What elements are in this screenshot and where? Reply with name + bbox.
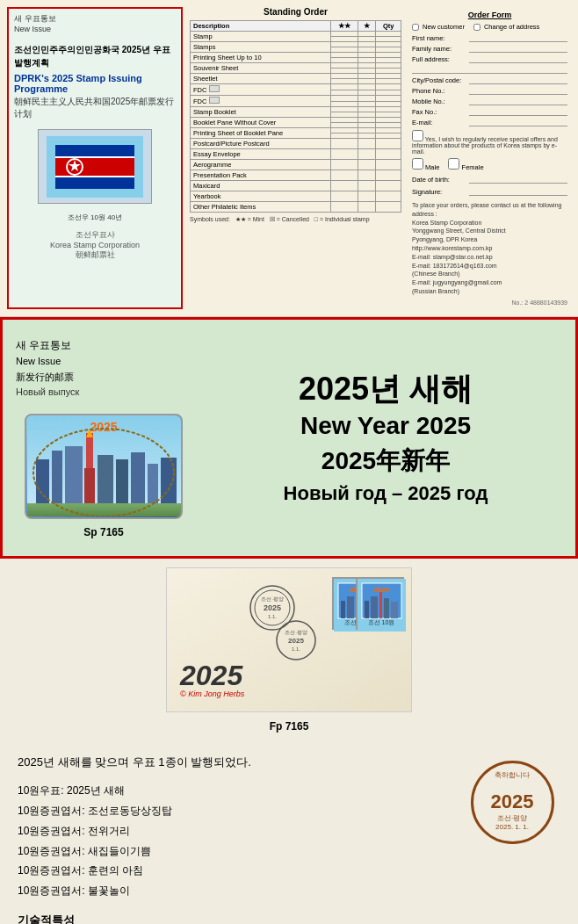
standing-order: Standing Order Description ★★ ★ Qty Stam… — [190, 7, 401, 309]
main-title-en: New Year 2025 — [209, 412, 562, 440]
postmark-year: 2025 — [491, 790, 534, 813]
row-stamp: Stamp — [191, 32, 331, 42]
bottom-section: 2025년 새해를 맞으며 우표 1종이 발행되었다. 10원우표: 2025년… — [0, 741, 578, 924]
svg-text:조선·평양: 조선·평양 — [285, 630, 307, 635]
full-address-field: Full address: — [412, 54, 567, 63]
svg-rect-27 — [341, 601, 345, 618]
table-row: Postcard/Picture Postcard — [191, 139, 401, 149]
fdc-subtitle: © Kim Jong Herbs — [180, 689, 244, 698]
contact-info: To place your orders, please contact us … — [412, 201, 567, 296]
svg-text:조선·평양: 조선·평양 — [261, 596, 284, 602]
svg-text:2025: 2025 — [288, 637, 304, 645]
family-name-field: Family name: — [412, 44, 567, 53]
list-item: 10원우표: 2025년 새해 — [18, 781, 451, 801]
svg-rect-16 — [98, 455, 113, 508]
male-checkbox[interactable] — [412, 158, 423, 170]
table-row: Essay Envelope — [191, 149, 401, 160]
svg-rect-12 — [65, 446, 83, 508]
fdc-envelope-inner: 2025 조선 10원 2025 조선 10원 — [167, 568, 411, 711]
city-postal-field: City/Postal code: — [412, 76, 567, 84]
fp-number: Fp 7165 — [270, 720, 309, 733]
order-form-title: Order Form — [412, 11, 567, 19]
table-row: Other Philatelic Items — [191, 202, 401, 213]
ref-number: No.: 2 48880143939 — [412, 300, 567, 306]
featured-right: 2025년 새해 New Year 2025 2025年新年 Новый год… — [209, 370, 562, 505]
featured-left: 새 우표통보 New Issue 新发行的邮票 Новый выпуск — [16, 337, 191, 538]
customer-type-row: New customer Change of address — [412, 23, 567, 31]
svg-text:2025: 2025 — [90, 420, 117, 434]
dob-field: Date of birth: — [412, 175, 567, 184]
first-name-field: First name: — [412, 33, 567, 42]
female-checkbox[interactable] — [448, 158, 459, 170]
table-row: Maxicard — [191, 181, 401, 191]
featured-section: 새 우표통보 New Issue 新发行的邮票 Новый выпуск — [0, 317, 578, 559]
svg-rect-18 — [131, 452, 145, 508]
svg-rect-40 — [384, 598, 389, 618]
svg-rect-5 — [55, 176, 134, 177]
standing-order-table: Description ★★ ★ Qty Stamp Stamps — [190, 20, 401, 213]
svg-rect-21 — [27, 503, 181, 516]
change-address-checkbox[interactable] — [473, 24, 480, 31]
phone-field: Phone No.: — [412, 86, 567, 95]
bottom-text-content: 2025년 새해를 맞으며 우표 1종이 발행되었다. 10원우표: 2025년… — [18, 752, 451, 924]
list-item: 10원증권엽서: 불꽃놀이 — [18, 881, 451, 901]
fdc-stamp2: 2025 조선 10원 — [356, 577, 404, 630]
svg-rect-3 — [55, 176, 134, 189]
col-symbol-cancelled: ★ — [358, 21, 376, 32]
org-info: 조선우표사 Korea Stamp Corporation 朝鲜邮票社 — [14, 229, 176, 261]
fdc-year-text: 2025 — [180, 661, 244, 689]
table-row: Presentation Pack — [191, 170, 401, 181]
svg-rect-39 — [379, 592, 382, 618]
list-item: 10원증권엽서: 전위거리 — [18, 821, 451, 841]
svg-text:2025: 2025 — [373, 586, 389, 594]
standing-order-title: Standing Order — [190, 7, 401, 17]
svg-rect-17 — [116, 459, 128, 508]
main-title-zh: 2025年新年 — [209, 444, 562, 478]
souvenir-svg: 2025 — [27, 415, 181, 516]
svg-rect-10 — [36, 459, 49, 508]
email-notice-checkbox[interactable] — [412, 130, 423, 141]
mobile-field: Mobile No.: — [412, 97, 567, 105]
svg-rect-11 — [52, 451, 62, 508]
table-row: Aerogramme — [191, 160, 401, 170]
col-qty: Qty — [376, 21, 401, 32]
svg-rect-15 — [84, 468, 95, 508]
tech-spec-label: 기술적특성 — [18, 910, 451, 924]
svg-rect-41 — [391, 602, 398, 618]
svg-rect-20 — [161, 458, 177, 508]
signature-field: Signature: — [412, 187, 567, 196]
fdc-section: 2025 조선 10원 2025 조선 10원 — [0, 559, 578, 741]
cancel-mark-2: 조선·평양 2025 1.1. — [272, 617, 321, 665]
postmark-bottom-label: 조선·평양 2025. 1. 1. — [495, 813, 529, 831]
new-issue-label: 새 우표통보 New Issue — [14, 14, 176, 34]
table-row: Yearbook — [191, 191, 401, 202]
email-field: E-mail: — [412, 118, 567, 126]
intro-text: 2025년 새해를 맞으며 우표 1종이 발행되었다. — [18, 752, 451, 772]
stamp-list: 10원우표: 2025년 새해 10원증권엽서: 조선로동당상징탑 10원증권엽… — [18, 781, 451, 901]
list-item: 10원증권엽서: 새집들이기쁨 — [18, 841, 451, 862]
symbols-note: Symbols used: ★★ = Mint ☒ = Cancelled □ … — [190, 216, 401, 223]
list-item: 10원증권엽서: 훈련의 아침 — [18, 861, 451, 881]
stamp-svg — [47, 136, 143, 198]
svg-rect-38 — [371, 596, 378, 618]
svg-rect-4 — [55, 156, 134, 158]
postmark-area: 축하합니다 2025 조선·평양 2025. 1. 1. — [464, 752, 560, 924]
col-symbol-mint: ★★ — [331, 21, 358, 32]
souvenir-sheet: 2025 — [25, 414, 183, 519]
svg-text:2025: 2025 — [264, 603, 281, 612]
svg-text:1.1.: 1.1. — [292, 646, 300, 652]
svg-text:조선 10원: 조선 10원 — [368, 619, 395, 625]
postmark-top-text: 축하합니다 — [477, 770, 547, 780]
stamp-image — [38, 129, 152, 204]
main-title-ru: Новый год – 2025 год — [209, 482, 562, 505]
main-title-ko: 2025년 새해 — [209, 370, 562, 408]
postmark-circle: 축하합니다 2025 조선·평양 2025. 1. 1. — [471, 761, 554, 844]
programme-title-en: DPRK's 2025 Stamp Issuing Programme — [14, 73, 176, 94]
fdc-envelope: 2025 조선 10원 2025 조선 10원 — [166, 567, 412, 712]
order-form: Order Form New customer Change of addres… — [408, 7, 571, 309]
new-customer-checkbox[interactable] — [412, 24, 419, 31]
svg-rect-37 — [365, 601, 369, 618]
bulletin-header: 새 우표통보 New Issue 조선인민주주의인민공화국 2025년 우표발행… — [7, 7, 183, 309]
new-issue-multilang: 새 우표통보 New Issue 新发行的邮票 Новый выпуск — [16, 337, 79, 401]
fax-field: Fax No.: — [412, 107, 567, 116]
